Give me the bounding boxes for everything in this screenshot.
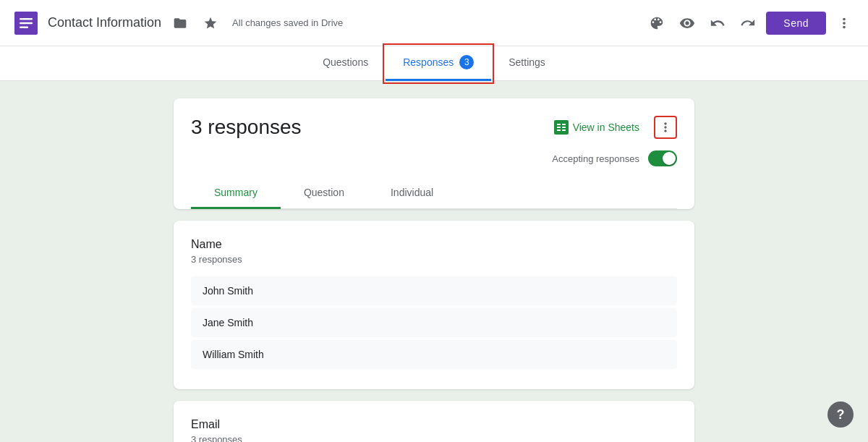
help-icon: ? <box>837 407 845 422</box>
tab-responses[interactable]: Responses 3 <box>386 46 491 81</box>
document-title: Contact Information <box>48 15 161 30</box>
sub-tab-question[interactable]: Question <box>281 178 367 209</box>
view-in-sheets-label: View in Sheets <box>573 122 639 133</box>
tab-bar: Questions Responses 3 Settings <box>0 46 868 81</box>
tab-responses-inner: Responses 3 <box>403 55 474 69</box>
responses-top-row: 3 responses View in Sheets <box>191 116 677 139</box>
more-vert-icon <box>658 120 673 135</box>
topbar-right: Send <box>644 11 856 35</box>
star-button[interactable] <box>199 12 222 35</box>
responses-header-card: 3 responses View in Sheets <box>174 98 694 209</box>
svg-rect-3 <box>20 26 28 28</box>
topbar-left: Contact Information All changes saved in… <box>12 9 644 38</box>
name-field-card: Name 3 responses John Smith Jane Smith W… <box>174 221 694 389</box>
name-field-label: Name <box>191 238 677 251</box>
preview-button[interactable] <box>675 11 699 35</box>
tab-questions-label: Questions <box>323 56 368 68</box>
forms-app-icon <box>12 9 41 38</box>
responses-count-badge: 3 <box>459 55 474 69</box>
more-options-button[interactable] <box>832 11 856 35</box>
tab-settings-label: Settings <box>509 56 545 68</box>
main-content: 3 responses View in Sheets <box>0 81 868 442</box>
responses-more-button[interactable] <box>654 116 677 139</box>
view-in-sheets-button[interactable]: View in Sheets <box>545 116 648 139</box>
sub-tab-question-label: Question <box>304 187 344 198</box>
tab-responses-label: Responses <box>403 56 454 68</box>
responses-count-label: 3 responses <box>191 116 302 139</box>
responses-actions: View in Sheets <box>545 116 677 139</box>
svg-rect-6 <box>562 124 566 125</box>
redo-button[interactable] <box>736 11 760 35</box>
list-item: William Smith <box>191 340 677 369</box>
sub-tab-individual[interactable]: Individual <box>367 178 456 209</box>
svg-rect-9 <box>557 129 561 131</box>
email-field-card: Email 3 responses <box>174 401 694 442</box>
accepting-label: Accepting responses <box>552 153 639 164</box>
send-button[interactable]: Send <box>766 12 826 35</box>
svg-rect-2 <box>20 22 33 24</box>
email-field-label: Email <box>191 418 677 431</box>
svg-rect-10 <box>562 129 566 131</box>
list-item: Jane Smith <box>191 308 677 337</box>
svg-rect-8 <box>562 127 566 128</box>
svg-rect-4 <box>554 120 569 135</box>
list-item: John Smith <box>191 276 677 305</box>
help-button[interactable]: ? <box>827 401 854 428</box>
toggle-knob <box>663 152 676 165</box>
sub-tab-summary-label: Summary <box>214 187 258 198</box>
undo-button[interactable] <box>705 11 730 35</box>
accepting-toggle[interactable] <box>648 150 677 166</box>
folder-button[interactable] <box>169 12 192 35</box>
palette-button[interactable] <box>644 11 669 35</box>
tab-settings[interactable]: Settings <box>491 46 563 81</box>
svg-rect-7 <box>557 127 561 128</box>
svg-rect-1 <box>20 18 33 20</box>
tab-questions[interactable]: Questions <box>305 46 386 81</box>
sub-tab-summary[interactable]: Summary <box>191 178 281 209</box>
svg-rect-5 <box>557 124 561 125</box>
sub-tab-individual-label: Individual <box>391 187 433 198</box>
topbar: Contact Information All changes saved in… <box>0 0 868 46</box>
email-field-count: 3 responses <box>191 434 677 442</box>
sub-tabs: Summary Question Individual <box>191 178 677 209</box>
name-field-count: 3 responses <box>191 254 677 265</box>
sheets-icon <box>554 120 569 135</box>
accepting-row: Accepting responses <box>191 150 677 166</box>
saved-status: All changes saved in Drive <box>232 17 343 28</box>
